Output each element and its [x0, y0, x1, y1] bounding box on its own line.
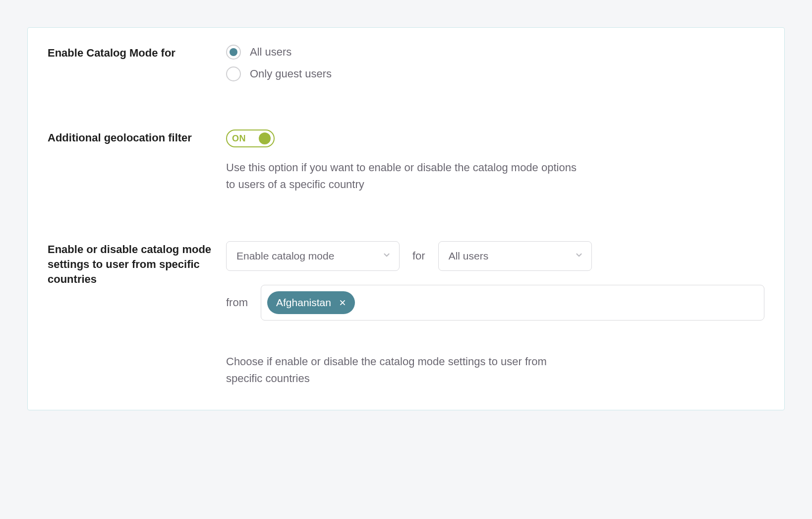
select-audience[interactable]: All users [438, 241, 592, 271]
geo-filter-description: Use this option if you want to enable or… [226, 159, 583, 193]
control-col: Enable catalog mode for All users from [226, 241, 764, 387]
control-col: ON Use this option if you want to enable… [226, 130, 764, 193]
row-geo-rule: Enable or disable catalog mode settings … [48, 238, 764, 390]
radio-label: Only guest users [250, 67, 332, 80]
control-col: All users Only guest users [226, 45, 764, 81]
geo-rule-line-1: Enable catalog mode for All users [226, 241, 764, 271]
select-action[interactable]: Enable catalog mode [226, 241, 400, 271]
toggle-geo-filter[interactable]: ON [226, 130, 275, 147]
toggle-label: ON [232, 133, 246, 144]
label-col: Enable Catalog Mode for [48, 45, 226, 61]
radio-guest-users[interactable]: Only guest users [226, 66, 764, 81]
country-tag: Afghanistan [267, 291, 355, 314]
chevron-down-icon [382, 251, 391, 261]
radio-all-users[interactable]: All users [226, 45, 764, 60]
text-for: for [412, 250, 425, 262]
select-value: Enable catalog mode [236, 250, 334, 262]
row-geo-filter: Additional geolocation filter ON Use thi… [48, 127, 764, 196]
geo-rule-help: Choose if enable or disable the catalog … [226, 353, 583, 387]
close-icon [339, 297, 346, 309]
label-col: Enable or disable catalog mode settings … [48, 241, 226, 286]
field-label-geo-rule: Enable or disable catalog mode settings … [48, 242, 216, 286]
countries-tag-input[interactable]: Afghanistan [261, 285, 764, 321]
radio-group-enable-for: All users Only guest users [226, 45, 764, 81]
settings-panel: Enable Catalog Mode for All users Only g… [27, 27, 785, 410]
field-label-enable-for: Enable Catalog Mode for [48, 46, 216, 61]
country-tag-label: Afghanistan [276, 297, 331, 309]
label-col: Additional geolocation filter [48, 130, 226, 145]
radio-icon [226, 66, 241, 81]
chevron-down-icon [575, 251, 583, 261]
text-from: from [226, 296, 248, 309]
tag-remove-button[interactable] [339, 297, 346, 309]
toggle-knob-icon [259, 132, 271, 144]
radio-icon [226, 45, 241, 60]
radio-label: All users [250, 46, 291, 59]
select-value: All users [449, 250, 489, 262]
row-enable-for: Enable Catalog Mode for All users Only g… [48, 42, 764, 84]
field-label-geo-filter: Additional geolocation filter [48, 130, 216, 145]
geo-rule-line-2: from Afghanistan [226, 285, 764, 321]
